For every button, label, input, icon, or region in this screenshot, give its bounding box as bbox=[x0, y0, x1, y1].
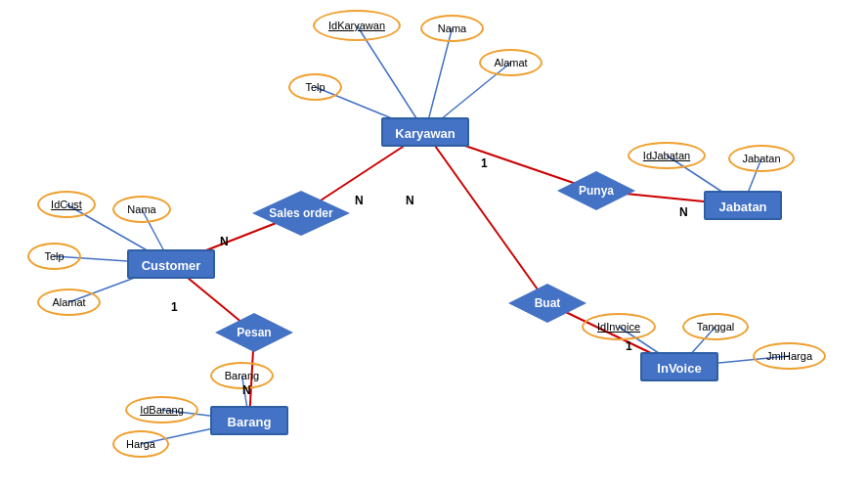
attribute-invoice-jmlharga: JmlHarga bbox=[753, 342, 826, 370]
cardinality-c1: N bbox=[355, 194, 364, 207]
attribute-customer-nama: Nama bbox=[112, 196, 171, 223]
attribute-jabatan-jabatan: Jabatan bbox=[728, 145, 795, 172]
attribute-customer-telp: Telp bbox=[27, 243, 81, 270]
attribute-invoice-idinvoice: IdInvoice bbox=[582, 313, 656, 340]
entity-karyawan: Karyawan bbox=[381, 117, 469, 147]
attribute-karyawan-idkaryawan: IdKaryawan bbox=[313, 10, 401, 41]
attribute-karyawan-nama: Nama bbox=[420, 15, 484, 42]
attribute-barang-harga: Harga bbox=[112, 430, 169, 458]
attribute-barang-idbarang: IdBarang bbox=[125, 396, 198, 423]
attribute-invoice-tanggal: Tanggal bbox=[682, 313, 749, 340]
cardinality-c8: 1 bbox=[626, 339, 632, 353]
entity-barang: Barang bbox=[210, 406, 288, 435]
cardinality-c2: N bbox=[406, 194, 414, 207]
entity-customer: Customer bbox=[127, 249, 215, 279]
attribute-customer-idcust: IdCust bbox=[37, 191, 96, 218]
entity-jabatan: Jabatan bbox=[704, 191, 782, 220]
attribute-jabatan-idjabatan: IdJabatan bbox=[628, 142, 706, 169]
cardinality-c4: N bbox=[679, 205, 688, 219]
attribute-karyawan-alamat: Alamat bbox=[479, 49, 542, 76]
erd-diagram: KaryawanCustomerJabatanInVoiceBarangSale… bbox=[0, 0, 868, 490]
cardinality-c6: 1 bbox=[171, 300, 178, 314]
cardinality-c7: N bbox=[242, 383, 251, 397]
attribute-customer-alamat: Alamat bbox=[37, 289, 101, 316]
entity-invoice: InVoice bbox=[640, 352, 718, 381]
attribute-karyawan-telp: Telp bbox=[288, 73, 342, 101]
cardinality-c3: 1 bbox=[481, 156, 488, 170]
cardinality-c5: N bbox=[220, 235, 229, 248]
